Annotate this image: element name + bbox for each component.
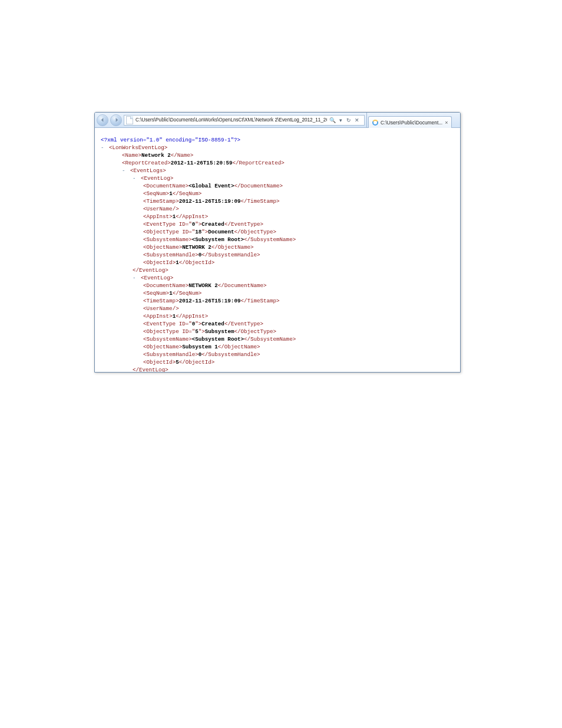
xml-node: <ReportCreated>2012-11-26T15:20:59</Repo… — [122, 159, 454, 167]
xml-node: <Name>Network 2</Name> — [122, 151, 454, 159]
xml-node: <EventType ID="0">Created</EventType> — [143, 320, 454, 328]
xml-node: <ObjectName>Subsystem 1</ObjectName> — [143, 343, 454, 351]
xml-node: <SubsystemHandle>0</SubsystemHandle> — [143, 251, 454, 259]
xml-node: <SubsystemName><Subsystem Root></Subsyst… — [143, 236, 454, 243]
xml-node: <EventType ID="0">Created</EventType> — [143, 220, 454, 228]
address-field[interactable]: C:\Users\Public\Documents\LonWorks\OpenL… — [124, 115, 365, 126]
tab-active[interactable]: C:\Users\Public\Document... × — [368, 116, 452, 128]
refresh-icon[interactable]: ↻ — [346, 117, 352, 123]
stop-close-icon[interactable]: ✕ — [354, 117, 360, 123]
xml-node: <TimeStamp>2012-11-26T15:19:09</TimeStam… — [143, 297, 454, 305]
xml-node[interactable]: - <EventLogs> — [122, 167, 454, 174]
arrow-right-icon — [114, 117, 119, 123]
xml-node: <ObjectType ID="5">Subsystem</ObjectType… — [143, 328, 454, 335]
xml-node: <ObjectName>NETWORK 2</ObjectName> — [143, 243, 454, 251]
address-text: C:\Users\Public\Documents\LonWorks\OpenL… — [135, 117, 327, 123]
xml-declaration: <?xml version="1.0" encoding="ISO-8859-1… — [101, 136, 454, 144]
collapse-toggle[interactable]: - — [122, 167, 125, 174]
ie-icon — [372, 120, 378, 126]
xml-node[interactable]: - <EventLog> — [133, 274, 454, 282]
tab-strip: C:\Users\Public\Document... × — [366, 113, 460, 127]
xml-node: <TimeStamp>2012-11-26T15:19:09</TimeStam… — [143, 197, 454, 205]
tab-close-icon[interactable]: × — [445, 120, 448, 126]
file-icon — [126, 116, 133, 124]
xml-node[interactable]: - <EventLog> — [133, 174, 454, 182]
xml-node: <ObjectId>1</ObjectId> — [143, 259, 454, 266]
xml-node: <ObjectType ID="18">Document</ObjectType… — [143, 228, 454, 236]
xml-node: <SeqNum>1</SeqNum> — [143, 190, 454, 197]
arrow-left-icon — [100, 117, 105, 123]
xml-node: <AppInst>1</AppInst> — [143, 312, 454, 320]
dropdown-icon[interactable]: ▾ — [338, 117, 343, 123]
xml-viewer: <?xml version="1.0" encoding="ISO-8859-1… — [95, 128, 460, 372]
xml-node: <AppInst>1</AppInst> — [143, 213, 454, 220]
xml-node: <UserName/> — [143, 205, 454, 213]
xml-node: <ObjectId>5</ObjectId> — [143, 358, 454, 366]
xml-node: <SubsystemName><Subsystem Root></Subsyst… — [143, 335, 454, 343]
back-button[interactable] — [97, 114, 108, 126]
xml-node: <DocumentName>NETWORK 2</DocumentName> — [143, 282, 454, 289]
forward-button[interactable] — [110, 114, 122, 126]
xml-node: </EventLog> — [133, 266, 454, 274]
browser-window: C:\Users\Public\Documents\LonWorks\OpenL… — [94, 112, 461, 373]
tab-title: C:\Users\Public\Document... — [381, 120, 442, 126]
xml-node: <UserName/> — [143, 305, 454, 312]
xml-node: </EventLog> — [133, 366, 454, 372]
xml-node: <DocumentName><Global Event></DocumentNa… — [143, 182, 454, 190]
xml-node[interactable]: - <LonWorksEventLog> — [101, 144, 454, 151]
collapse-toggle[interactable]: - — [133, 275, 136, 281]
collapse-toggle[interactable]: - — [133, 175, 136, 182]
xml-node: <SubsystemHandle>0</SubsystemHandle> — [143, 351, 454, 358]
collapse-toggle[interactable]: - — [101, 144, 104, 151]
xml-node: <SeqNum>1</SeqNum> — [143, 289, 454, 297]
address-toolbar: C:\Users\Public\Documents\LonWorks\OpenL… — [95, 113, 460, 128]
search-icon[interactable]: 🔍 — [329, 117, 335, 123]
address-right-icons: 🔍 ▾ ↻ ✕ — [327, 117, 362, 123]
